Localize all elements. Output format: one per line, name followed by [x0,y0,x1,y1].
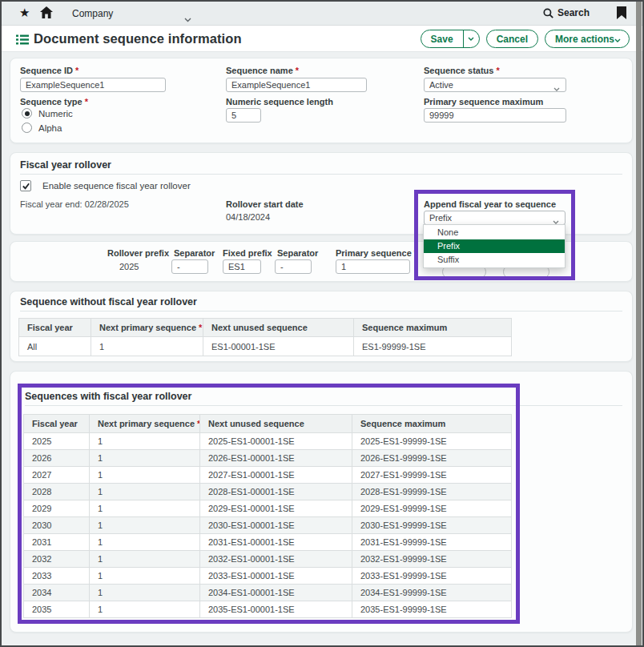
table-cell: 2034 [24,585,90,601]
sequence-id-label: Sequence ID* [20,66,78,75]
table-row: 203412034-ES1-00001-1SE2034-ES1-99999-1S… [24,585,512,601]
sequences-with-rollover-table: Fiscal year Next primary sequence* Next … [23,414,512,618]
table-cell: 1 [90,450,200,467]
sequence-status-label: Sequence status* [424,66,500,75]
sequence-id-input[interactable] [20,78,166,92]
divider [20,174,622,175]
record-list-icon[interactable] [16,34,29,48]
sequence-status-select[interactable]: Active [424,78,566,92]
table-cell: 1 [90,585,200,601]
search-button[interactable]: Search [543,7,590,18]
table-cell: 2032 [24,551,90,568]
table-cell: 2029 [24,500,90,517]
sequences-with-rollover-card: Sequences with fiscal year rollover Fisc… [10,371,633,633]
table-row: 203212032-ES1-00001-1SE2032-ES1-99999-1S… [24,551,512,568]
rollover-prefix-label: Rollover prefix [107,248,169,258]
numeric-length-input[interactable] [226,108,261,123]
table-row: 203112031-ES1-00001-1SE2031-ES1-99999-1S… [24,534,512,551]
table-cell: 2033-ES1-00001-1SE [200,568,352,585]
fiscal-rollover-card: Fiscal year rollover Enable sequence fis… [10,152,633,235]
bookmark-icon[interactable] [617,6,626,22]
table-row: 202912029-ES1-00001-1SE2029-ES1-99999-1S… [24,500,512,517]
table-row: 202812028-ES1-00001-1SE2028-ES1-99999-1S… [24,484,512,500]
table-cell: 2027 [24,467,90,484]
table-cell: 2030-ES1-00001-1SE [200,517,352,534]
chevron-down-icon[interactable] [184,11,191,26]
table-cell: 2034-ES1-00001-1SE [200,585,352,601]
table-cell: 1 [91,337,203,356]
primary-sequence-label: Primary sequence* [336,248,417,258]
table-cell: 2033 [24,568,90,585]
radio-unselected-icon [22,123,32,133]
table-cell: 2025 [24,433,90,450]
table-cell: 2030-ES1-99999-1SE [352,517,512,534]
section-title: Sequence without fiscal year rollover [20,296,197,307]
table-cell: 2025-ES1-99999-1SE [352,433,512,450]
separator2-input[interactable] [275,259,312,274]
table-cell: 1 [90,484,200,500]
table-cell: 2028 [24,484,90,500]
table-cell: 2035 [24,601,90,618]
numeric-length-label: Numeric sequence length [226,97,333,106]
rollover-prefix-value: 2025 [119,262,139,271]
separator-input[interactable] [171,259,208,274]
chevron-down-icon [614,34,629,45]
table-header-row: Fiscal year Next primary sequence* Next … [19,319,512,337]
table-cell: 1 [90,467,200,484]
section-title: Fiscal year rollover [20,159,111,171]
column-header: Next primary sequence* [90,415,200,433]
table-row: 203512035-ES1-00001-1SE2035-ES1-99999-1S… [24,601,512,618]
table-cell: 2032-ES1-99999-1SE [352,551,512,568]
table-cell: 2029-ES1-99999-1SE [352,500,512,517]
table-cell: 1 [90,568,200,585]
cancel-button[interactable]: Cancel [486,30,538,48]
table-cell: 2026-ES1-00001-1SE [200,450,352,467]
table-cell: All [19,337,91,356]
table-row: All1ES1-00001-1SEES1-99999-1SE [19,337,512,356]
table-cell: 1 [90,433,200,450]
enable-rollover-checkbox[interactable]: Enable sequence fiscal year rollover [20,180,191,191]
table-cell: 2035-ES1-99999-1SE [352,601,512,618]
menu-option-prefix[interactable]: Prefix [424,239,565,253]
table-cell: 1 [90,601,200,618]
top-app-bar: ★ Company Search [2,2,642,26]
home-icon[interactable] [40,6,53,22]
more-actions-button[interactable]: More actions [545,30,630,48]
divider [25,405,622,406]
separator-label: Separator [174,248,215,258]
table-cell: 1 [90,534,200,551]
radio-selected-icon [22,108,32,119]
save-button[interactable]: Save [421,30,480,48]
menu-option-none[interactable]: None [424,226,565,239]
table-row: 203312033-ES1-00001-1SE2033-ES1-99999-1S… [24,568,512,585]
primary-max-input[interactable] [424,108,566,123]
sequence-type-label: Sequence type* [20,97,88,106]
vertical-scrollbar[interactable] [636,2,642,645]
table-cell: 2026-ES1-99999-1SE [352,450,512,467]
table-cell: ES1-00001-1SE [203,337,354,356]
rollover-start-date-label: Rollover start date [226,199,304,209]
table-cell: 2030 [24,517,90,534]
menu-option-suffix[interactable]: Suffix [424,253,565,267]
append-fiscal-year-select[interactable]: Prefix [424,211,566,225]
radio-numeric[interactable]: Numeric [22,108,73,119]
sequence-name-input[interactable] [226,78,367,92]
table-cell: 1 [90,551,200,568]
append-fiscal-year-label: Append fiscal year to sequence [424,199,556,209]
table-cell: 2029-ES1-00001-1SE [200,500,352,517]
fixed-prefix-input[interactable] [223,259,261,274]
page-title: Document sequence information [34,31,242,46]
table-row: 202612026-ES1-00001-1SE2026-ES1-99999-1S… [24,450,512,467]
save-dropdown-chevron-icon[interactable] [463,30,479,47]
company-menu[interactable]: Company [72,8,113,19]
radio-alpha[interactable]: Alpha [22,123,62,133]
column-header: Sequence maximum [354,319,512,337]
table-row: 202512025-ES1-00001-1SE2025-ES1-99999-1S… [24,433,512,450]
table-cell: 2034-ES1-99999-1SE [352,585,512,601]
table-cell: 2027-ES1-00001-1SE [200,467,352,484]
favorite-star-icon[interactable]: ★ [19,6,30,20]
table-row: 203012030-ES1-00001-1SE2030-ES1-99999-1S… [24,517,512,534]
primary-sequence-input[interactable] [336,259,410,274]
page-header: Document sequence information Save Cance… [2,26,642,52]
divider [20,311,622,311]
